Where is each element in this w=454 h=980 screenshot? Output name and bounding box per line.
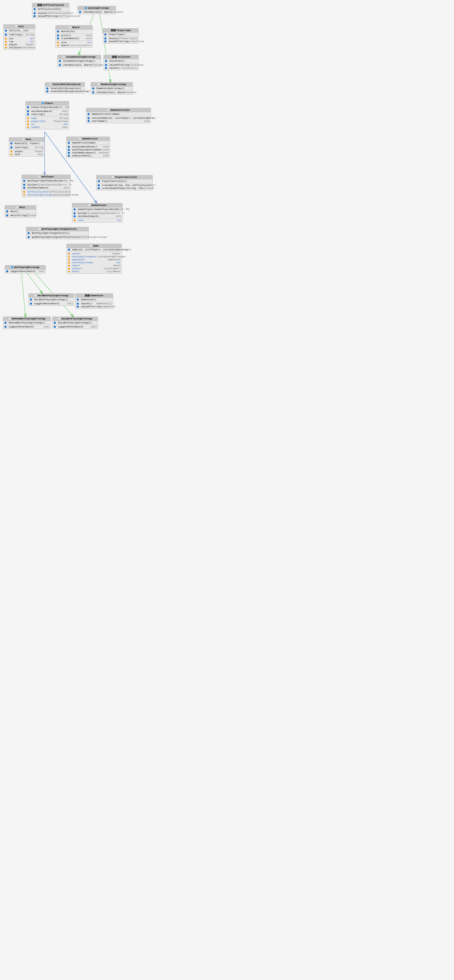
title-HumanPlayer: HumanPlayer	[91, 204, 107, 207]
header-BotPlayer: ⬜ BotPlayer	[22, 175, 70, 179]
member-name: playerType	[31, 120, 53, 123]
section-HBPS-methods: 🔵 suggestMove(Board) Cell	[29, 302, 74, 305]
icon-class: ⬜	[112, 176, 114, 178]
icon-class: ⬜	[107, 109, 110, 111]
row-HP-rank: 🔶 rank int	[72, 219, 123, 222]
class-Cell: ⬜ Cell 🔵 Cell(int, int) 🔵 toString() Str…	[3, 24, 35, 50]
member-name: suggestMove(Board)	[34, 302, 67, 305]
row-Game-nextPlayerIndex: 🔶 nextPlayerIndex int	[67, 261, 121, 264]
title-WinningStrategy: WinningStrategy	[88, 7, 109, 10]
row-Player-id: 🔶 id int	[26, 123, 69, 126]
header-RowWinningStrategy: ⬜ RowWinningStrategy	[91, 83, 133, 86]
row-PC-createHumanPlayer: 🔵 createHumanPlayer(String, char) Player	[97, 187, 152, 190]
section-Game-fields: 🔶 winner Player 🔶 winningStrategies List…	[67, 252, 121, 274]
member-name: gameState	[72, 258, 107, 261]
row-Board-ctor: 🔵 Board(int)	[56, 30, 92, 33]
member-type: int	[87, 41, 91, 44]
class-HumanPlayer: ⬜ HumanPlayer 🔵 HumanPlayer(HumanPlayerB…	[72, 203, 123, 223]
row-Board-print: 🔵 print() void	[56, 34, 92, 37]
title-PlayerController: PlayerController	[115, 176, 137, 178]
vis: 🔶	[68, 253, 72, 255]
vis: 🔵	[23, 187, 27, 189]
member-type: int	[64, 123, 68, 126]
member-name: initiateGame(int, List<Player>, List<Win…	[92, 117, 155, 119]
section-Cell-ctor: 🔵 Cell(int, int)	[3, 29, 35, 33]
vis: 🔵	[59, 60, 62, 62]
row-GS-executeNextMoves: 🔵 executeNextMoves() void	[67, 145, 110, 148]
row-GS2-valueOf: 🔵 valueOf(String) GameState	[75, 305, 113, 308]
row-Move-ctor: 🔵 Move(Cell, Player)	[9, 142, 45, 145]
icon-class: ⬜	[38, 175, 41, 178]
vis: 🔵	[105, 64, 108, 66]
title-Board: Board	[72, 26, 79, 29]
row-Player-name: 🔶 name String	[26, 117, 69, 120]
svg-line-1	[100, 14, 110, 82]
member-type: List<Move>	[107, 270, 121, 273]
vis: 🔶	[57, 41, 61, 44]
row-Player-toString: 🔵 toString() String	[26, 113, 69, 116]
row-Move-player: 🔶 player Player	[9, 150, 45, 153]
class-PlayerController: ⬜ PlayerController 🔵 PlayerController() …	[96, 175, 153, 190]
section-HP-fields: 🔶 rank int	[72, 218, 123, 222]
member-type: void	[103, 148, 109, 151]
vis: 🔵	[4, 322, 8, 324]
section-Board-fields: 🔶 size int 🔶 board List<List<Cell>>	[56, 41, 92, 48]
member-type: char	[62, 126, 68, 129]
member-name: MediumBotPlayingStrategy()	[9, 321, 49, 324]
row-GS-checkEmptySpace: 🔵 checkEmptySpace() boolean	[67, 151, 110, 154]
section-Game-ctor: 🔵 Game(int, List<Player>, List<WinningSt…	[67, 248, 121, 252]
row-CWS-ctor: 🔵 ColumnWinningStrategy()	[57, 59, 101, 62]
member-type: String	[59, 113, 68, 116]
vis: 🔵	[4, 326, 8, 328]
icon-class: ⬜	[15, 25, 18, 28]
title-RowWinningStrategy: RowWinningStrategy	[101, 83, 126, 86]
section-GC-ctor: 🔵 GameController(Game)	[86, 112, 151, 116]
row-EBPS-suggestMove: 🔵 suggestMove(Board) Cell	[53, 325, 98, 328]
row-BPSF-get: 🔵 getBotPlayingStrategy(DifficultyLevel)…	[26, 235, 89, 239]
member-type: Cell	[67, 302, 73, 305]
title-HardBotPlayingStrategy: HardBotPlayingStrategy	[38, 294, 68, 297]
vis: 🔶	[68, 267, 72, 270]
title-Game: Game	[93, 245, 99, 247]
icon-class: ⬜	[8, 317, 11, 320]
class-GameState: ⬛⬛ GameState 🔵 GameState() 🔵 values() Ga…	[75, 293, 113, 309]
header-DifficultyLevel: ⬛⬛ DifficultyLevel	[32, 3, 69, 7]
vis: 🔵	[104, 33, 108, 36]
member-type: Player	[112, 253, 121, 255]
member-type: GameState[]	[96, 302, 112, 305]
icon-class: ⬜	[69, 26, 72, 29]
section-methods-DifficultyLevel: 🔵 values() DifficultyLevel[] 🔵 valueOf(S…	[32, 11, 69, 18]
row-Cell-player: 🔶 player Player	[3, 43, 35, 46]
member-name: PlayerType()	[108, 33, 137, 36]
vis: 🔵	[33, 15, 37, 18]
icon-enum: ⬛⬛	[111, 29, 116, 32]
section-RWS-ctor: 🔵 RowWinningStrategy()	[91, 86, 133, 91]
member-name: size	[61, 41, 86, 44]
vis: 🔵	[68, 248, 72, 251]
member-type: Player	[25, 43, 34, 46]
vis: 🔵	[5, 30, 8, 32]
icon-class: ⬜	[34, 294, 37, 297]
member-name: nextPlayerIndex	[72, 261, 116, 264]
class-BotPlayingStrategy: 🔷 BotPlayingStrategy 🔵 suggestMove(Board…	[5, 265, 46, 274]
vis: 🔶	[5, 44, 8, 46]
member-name: winningStrategies	[72, 255, 96, 258]
row-HP-builder: 🔵 builder() HumanPlayerBuilder<?, ?>	[72, 212, 123, 215]
member-type: String	[59, 117, 68, 119]
vis: 🔵	[76, 299, 80, 301]
member-type: CellState[]	[122, 67, 137, 69]
row-Game-players: 🔶 players List<Player>	[67, 267, 121, 270]
row-BP-difficultyLevel: 🔶 difficultyLevel DifficultyLevel	[22, 190, 70, 193]
row-BP-ctor: 🔵 BotPlayer(BotPlayerBuilder<?, ?>)	[22, 179, 70, 182]
member-type: Cell	[62, 110, 68, 113]
member-name: toString()	[15, 146, 34, 149]
title-PlayerType: PlayerType	[117, 29, 131, 32]
member-name: main(String[])	[10, 214, 30, 217]
row-CWS-checkWin: 🔵 checkWin(Cell, Board) boolean	[57, 64, 101, 67]
icon-class: ⬜	[49, 83, 52, 86]
vis: 🔵	[6, 210, 10, 213]
vis: 🔵	[68, 155, 72, 157]
vis: 🔵	[104, 37, 108, 40]
vis: 🔵	[23, 180, 27, 182]
header-GameState: ⬛⬛ GameState	[75, 294, 113, 298]
